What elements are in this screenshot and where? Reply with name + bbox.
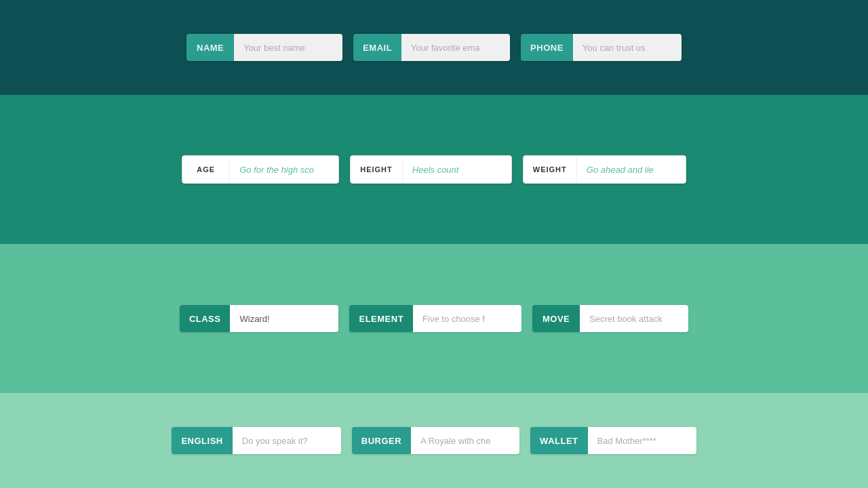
english-group: English <box>172 427 340 454</box>
section-4: English Burger Wallet <box>0 393 868 488</box>
email-input[interactable] <box>401 34 510 61</box>
element-input[interactable] <box>413 305 521 332</box>
age-input[interactable] <box>230 156 338 183</box>
burger-group: Burger <box>352 427 519 454</box>
weight-group: WEIGHT <box>523 155 686 184</box>
english-label: English <box>172 427 232 454</box>
section-1-fields: Name Email Phone <box>186 34 682 61</box>
age-group: AGE <box>182 155 339 184</box>
element-label: Element <box>349 305 413 332</box>
class-label: Class <box>180 305 231 332</box>
age-label: AGE <box>182 156 230 183</box>
email-label: Email <box>353 34 401 61</box>
move-label: Move <box>532 305 580 332</box>
height-label: HEIGHT <box>351 156 403 183</box>
height-input[interactable] <box>403 156 511 183</box>
wallet-label: Wallet <box>530 427 587 454</box>
section-3: Class Element Move <box>0 244 868 393</box>
burger-label: Burger <box>352 427 411 454</box>
move-input[interactable] <box>580 305 688 332</box>
email-group: Email <box>353 34 510 61</box>
class-input[interactable] <box>230 305 338 332</box>
move-group: Move <box>532 305 688 332</box>
weight-label: WEIGHT <box>524 156 577 183</box>
section-2: AGE HEIGHT WEIGHT <box>0 95 868 244</box>
english-input[interactable] <box>233 427 341 454</box>
phone-input[interactable] <box>573 34 682 61</box>
name-group: Name <box>186 34 342 61</box>
name-label: Name <box>186 34 234 61</box>
section-2-fields: AGE HEIGHT WEIGHT <box>182 155 686 184</box>
element-group: Element <box>349 305 521 332</box>
section-3-fields: Class Element Move <box>180 305 688 332</box>
burger-input[interactable] <box>411 427 519 454</box>
name-input[interactable] <box>234 34 342 61</box>
section-4-fields: English Burger Wallet <box>172 427 696 454</box>
phone-group: Phone <box>521 34 682 61</box>
weight-input[interactable] <box>577 156 686 183</box>
section-1: Name Email Phone <box>0 0 868 95</box>
wallet-group: Wallet <box>530 427 696 454</box>
wallet-input[interactable] <box>588 427 696 454</box>
height-group: HEIGHT <box>350 155 512 184</box>
phone-label: Phone <box>521 34 573 61</box>
class-group: Class <box>180 305 339 332</box>
